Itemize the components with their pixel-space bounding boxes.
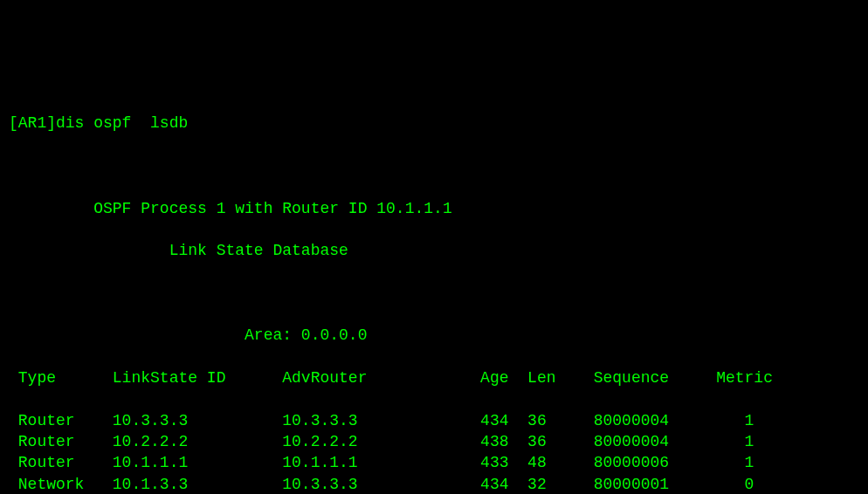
command-prompt: [AR1]dis ospf lsdb: [9, 113, 859, 134]
subtitle: Link State Database: [9, 240, 859, 261]
table-row: Router 10.1.1.1 10.1.1.1 433 48 80000006…: [9, 452, 859, 473]
terminal-output: [AR1]dis ospf lsdb OSPF Process 1 with R…: [9, 92, 859, 494]
area-label: Area: 0.0.0.0: [9, 325, 859, 346]
process-header: OSPF Process 1 with Router ID 10.1.1.1: [9, 198, 859, 219]
blank-line: [9, 283, 859, 304]
blank-line: [9, 155, 859, 176]
table-row: Router 10.2.2.2 10.2.2.2 438 36 80000004…: [9, 431, 859, 452]
area-header-row: Type LinkState ID AdvRouter Age Len Sequ…: [9, 367, 859, 388]
table-row: Network 10.1.3.3 10.3.3.3 434 32 8000000…: [9, 474, 859, 494]
area-table-body: Router 10.3.3.3 10.3.3.3 434 36 80000004…: [9, 410, 859, 494]
table-row: Router 10.3.3.3 10.3.3.3 434 36 80000004…: [9, 410, 859, 431]
